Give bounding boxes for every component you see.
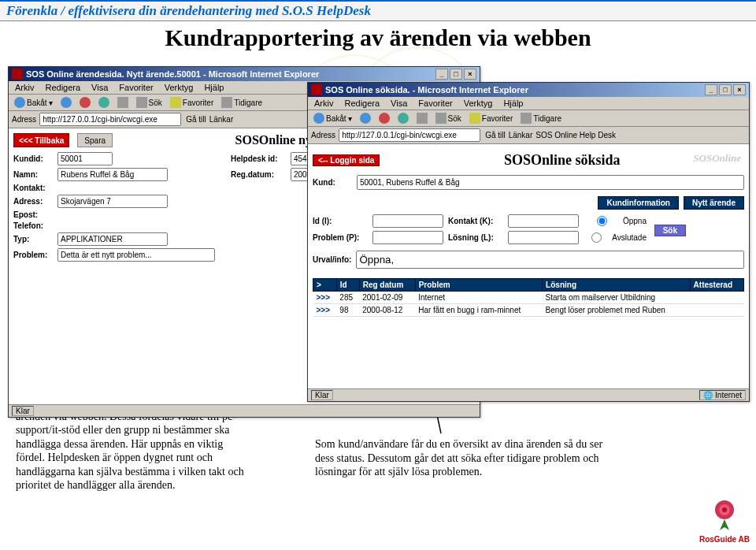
- back-link-button[interactable]: <<< Tillbaka: [13, 133, 69, 147]
- favorites-button[interactable]: Favoriter: [467, 112, 515, 124]
- links-item[interactable]: SOS Online Help Desk: [536, 131, 616, 139]
- history-button[interactable]: Tidigare: [518, 112, 564, 124]
- menu-hjalp[interactable]: Hjälp: [500, 98, 526, 109]
- login-page-button[interactable]: <-- Loggin sida: [313, 154, 380, 166]
- address-label: Adress: [311, 131, 335, 139]
- menu-arkiv[interactable]: Arkiv: [311, 98, 336, 109]
- save-button[interactable]: Spara: [77, 133, 113, 147]
- logo-name: RosGuide AB: [699, 535, 750, 544]
- radio-avslutade-input[interactable]: [584, 232, 610, 243]
- address-input[interactable]: [39, 113, 181, 126]
- kund-input[interactable]: [357, 175, 744, 190]
- forward-button[interactable]: [358, 112, 373, 124]
- stop-button[interactable]: [376, 112, 392, 124]
- losning-input[interactable]: [508, 231, 579, 244]
- back-button[interactable]: Bakåt ▾: [311, 112, 354, 124]
- rose-icon: [706, 496, 743, 533]
- radio-oppna-input[interactable]: [584, 216, 621, 226]
- history-icon: [221, 97, 232, 108]
- status-text: Klar: [311, 390, 333, 400]
- col-reg[interactable]: Reg datum: [359, 279, 415, 292]
- toolbar: Bakåt ▾ Sök Favoriter Tidigare: [308, 110, 749, 127]
- col-problem[interactable]: Problem: [415, 279, 542, 292]
- table-row[interactable]: >>> 98 2000-08-12 Har fått en bugg i ram…: [313, 304, 744, 317]
- close-button[interactable]: ×: [464, 69, 476, 80]
- stop-icon: [379, 113, 390, 124]
- maximize-button[interactable]: □: [450, 69, 462, 80]
- back-icon: [14, 97, 25, 108]
- favorites-icon: [469, 113, 480, 124]
- statusbar: Klar 🌐 Internet: [308, 388, 749, 401]
- description-right: Som kund/användare får du en översikt av…: [315, 437, 614, 479]
- id-input[interactable]: [372, 214, 443, 228]
- go-button[interactable]: Gå till: [184, 115, 206, 124]
- menu-redigera[interactable]: Redigera: [42, 82, 83, 93]
- namn-input[interactable]: [57, 168, 168, 181]
- home-button[interactable]: [115, 96, 131, 109]
- col-attesterad[interactable]: Attesterad: [690, 279, 743, 292]
- window-title: SOS Online söksida. - Microsoft Internet…: [325, 85, 703, 95]
- address-input[interactable]: [339, 128, 480, 142]
- back-icon: [313, 113, 324, 124]
- col-losning[interactable]: Lösning: [543, 279, 690, 292]
- radio-avslutade[interactable]: Avslutade: [584, 232, 647, 243]
- search-button[interactable]: Sök: [433, 112, 464, 124]
- go-button[interactable]: Gå till: [484, 131, 506, 139]
- maximize-button[interactable]: □: [719, 84, 732, 95]
- refresh-icon: [98, 97, 109, 108]
- kundid-input[interactable]: [57, 152, 113, 165]
- problem-input[interactable]: [57, 248, 215, 262]
- col-arrow[interactable]: >: [313, 279, 337, 292]
- refresh-button[interactable]: [395, 112, 411, 124]
- stop-button[interactable]: [77, 96, 93, 109]
- titlebar[interactable]: SOS Online ärendesida. Nytt ärende.50001…: [9, 67, 480, 81]
- col-id[interactable]: Id: [336, 279, 359, 292]
- home-button[interactable]: [414, 112, 430, 124]
- urval-label: Urval/info:: [313, 255, 351, 264]
- kontakt-label: Kontakt (K):: [448, 217, 503, 225]
- id-label: Id (I):: [313, 217, 368, 225]
- kundinfo-button[interactable]: Kundinformation: [598, 196, 679, 210]
- problem-search-input[interactable]: [372, 231, 443, 244]
- close-button[interactable]: ×: [733, 84, 746, 95]
- problem-label: Problem (P):: [313, 233, 368, 242]
- search-heading: SOSOnline söksida SOSOnline: [380, 152, 744, 169]
- sok-button[interactable]: Sök: [654, 225, 686, 236]
- header-text: Förenkla / effektivisera din ärendehante…: [6, 3, 371, 18]
- result-table: > Id Reg datum Problem Lösning Attestera…: [313, 278, 744, 317]
- history-button[interactable]: Tidigare: [219, 96, 265, 109]
- menu-verktyg[interactable]: Verktyg: [461, 98, 496, 109]
- window-title: SOS Online ärendesida. Nytt ärende.50001…: [26, 69, 434, 79]
- page-title: Kundrapportering av ärenden via webben: [0, 21, 756, 56]
- search-icon: [435, 113, 447, 124]
- menu-redigera[interactable]: Redigera: [341, 98, 383, 109]
- menu-favoriter[interactable]: Favoriter: [415, 98, 455, 109]
- kontakt-input[interactable]: [508, 214, 579, 228]
- urval-input[interactable]: [356, 251, 744, 269]
- minimize-button[interactable]: _: [705, 84, 717, 95]
- rosguide-logo: RosGuide AB: [699, 496, 750, 544]
- table-row[interactable]: >>> 285 2001-02-09 Internet Starta om ma…: [313, 292, 744, 304]
- typ-input[interactable]: [57, 232, 168, 246]
- forward-icon: [360, 113, 371, 124]
- nytt-arende-button[interactable]: Nytt ärende: [684, 196, 744, 210]
- menu-arkiv[interactable]: Arkiv: [12, 82, 37, 93]
- home-icon: [417, 113, 428, 124]
- search-button[interactable]: Sök: [134, 96, 165, 109]
- home-icon: [117, 97, 128, 108]
- radio-oppna[interactable]: Öppna: [584, 216, 647, 226]
- menu-visa[interactable]: Visa: [88, 82, 111, 93]
- refresh-button[interactable]: [96, 96, 112, 109]
- menubar: Arkiv Redigera Visa Favoriter Verktyg Hj…: [308, 97, 749, 110]
- back-button[interactable]: Bakåt ▾: [12, 96, 55, 109]
- forward-button[interactable]: [58, 96, 74, 109]
- menu-favoriter[interactable]: Favoriter: [116, 82, 156, 93]
- minimize-button[interactable]: _: [435, 69, 448, 80]
- links-label: Länkar: [209, 115, 234, 124]
- menu-hjalp[interactable]: Hjälp: [201, 82, 227, 93]
- menu-verktyg[interactable]: Verktyg: [161, 82, 197, 93]
- favorites-button[interactable]: Favoriter: [168, 96, 216, 109]
- titlebar[interactable]: SOS Online söksida. - Microsoft Internet…: [308, 83, 749, 97]
- menu-visa[interactable]: Visa: [387, 98, 410, 109]
- adress-input[interactable]: [57, 195, 168, 208]
